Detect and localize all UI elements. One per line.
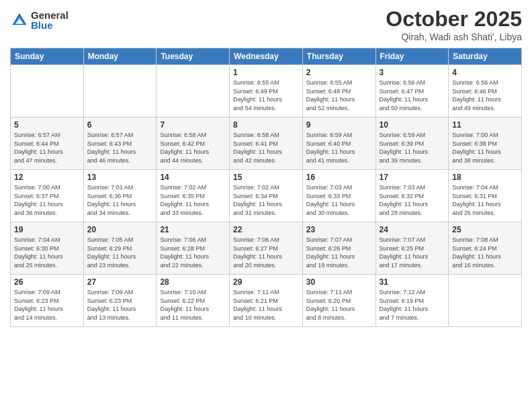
day-info: Sunrise: 7:06 AM Sunset: 6:28 PM Dayligh…	[160, 236, 226, 269]
day-number: 28	[160, 277, 226, 287]
calendar-cell: 9Sunrise: 6:59 AM Sunset: 6:40 PM Daylig…	[302, 118, 375, 170]
day-info: Sunrise: 7:09 AM Sunset: 6:23 PM Dayligh…	[87, 288, 153, 322]
day-number: 7	[160, 120, 226, 130]
calendar-cell: 8Sunrise: 6:58 AM Sunset: 6:41 PM Daylig…	[230, 118, 303, 170]
day-number: 27	[87, 277, 153, 287]
day-number: 22	[233, 225, 299, 234]
day-info: Sunrise: 6:56 AM Sunset: 6:46 PM Dayligh…	[452, 79, 518, 112]
day-info: Sunrise: 7:00 AM Sunset: 6:38 PM Dayligh…	[452, 131, 518, 165]
day-number: 12	[14, 173, 80, 182]
calendar-cell: 17Sunrise: 7:03 AM Sunset: 6:32 PM Dayli…	[375, 170, 449, 222]
day-number: 24	[380, 225, 445, 234]
logo-text: General Blue	[31, 10, 69, 30]
day-info: Sunrise: 7:03 AM Sunset: 6:32 PM Dayligh…	[380, 183, 445, 217]
calendar-week-row: 5Sunrise: 6:57 AM Sunset: 6:44 PM Daylig…	[11, 118, 522, 170]
page-header: General Blue October 2025 Qirah, Wadi as…	[10, 7, 522, 42]
calendar-week-row: 1Sunrise: 6:55 AM Sunset: 6:49 PM Daylig…	[11, 65, 522, 118]
day-number: 4	[452, 68, 518, 77]
logo-general: General	[31, 10, 69, 20]
calendar-cell: 25Sunrise: 7:08 AM Sunset: 6:24 PM Dayli…	[449, 222, 522, 275]
day-info: Sunrise: 7:11 AM Sunset: 6:20 PM Dayligh…	[306, 288, 372, 322]
logo-icon	[10, 11, 29, 30]
calendar-cell	[449, 275, 522, 327]
calendar-cell: 24Sunrise: 7:07 AM Sunset: 6:25 PM Dayli…	[375, 222, 449, 275]
calendar-table: SundayMondayTuesdayWednesdayThursdayFrid…	[10, 48, 522, 327]
calendar-cell: 13Sunrise: 7:01 AM Sunset: 6:36 PM Dayli…	[83, 170, 157, 222]
calendar-cell: 18Sunrise: 7:04 AM Sunset: 6:31 PM Dayli…	[449, 170, 522, 222]
month-title: October 2025	[386, 7, 522, 32]
day-number: 10	[380, 120, 445, 130]
calendar-cell: 6Sunrise: 6:57 AM Sunset: 6:43 PM Daylig…	[83, 118, 157, 170]
calendar-day-header: Sunday	[11, 48, 84, 65]
day-info: Sunrise: 7:08 AM Sunset: 6:24 PM Dayligh…	[452, 236, 518, 269]
day-info: Sunrise: 6:58 AM Sunset: 6:41 PM Dayligh…	[233, 131, 299, 165]
calendar-cell: 26Sunrise: 7:09 AM Sunset: 6:23 PM Dayli…	[11, 275, 84, 327]
logo-blue: Blue	[31, 20, 69, 30]
day-info: Sunrise: 7:04 AM Sunset: 6:31 PM Dayligh…	[452, 183, 518, 217]
calendar-cell: 14Sunrise: 7:02 AM Sunset: 6:35 PM Dayli…	[157, 170, 230, 222]
day-info: Sunrise: 6:57 AM Sunset: 6:44 PM Dayligh…	[14, 131, 80, 165]
calendar-cell: 5Sunrise: 6:57 AM Sunset: 6:44 PM Daylig…	[11, 118, 84, 170]
calendar-cell: 31Sunrise: 7:12 AM Sunset: 6:19 PM Dayli…	[375, 275, 449, 327]
calendar-cell: 20Sunrise: 7:05 AM Sunset: 6:29 PM Dayli…	[83, 222, 157, 275]
day-number: 6	[87, 120, 153, 130]
day-number: 16	[306, 173, 372, 182]
day-number: 14	[160, 173, 226, 182]
day-number: 3	[380, 68, 445, 77]
day-number: 15	[233, 173, 299, 182]
day-info: Sunrise: 7:05 AM Sunset: 6:29 PM Dayligh…	[87, 236, 153, 269]
calendar-week-row: 26Sunrise: 7:09 AM Sunset: 6:23 PM Dayli…	[11, 275, 522, 327]
calendar-cell: 3Sunrise: 6:56 AM Sunset: 6:47 PM Daylig…	[375, 65, 449, 118]
day-number: 29	[233, 277, 299, 287]
day-info: Sunrise: 6:57 AM Sunset: 6:43 PM Dayligh…	[87, 131, 153, 165]
day-info: Sunrise: 7:00 AM Sunset: 6:37 PM Dayligh…	[14, 183, 80, 217]
calendar-cell: 28Sunrise: 7:10 AM Sunset: 6:22 PM Dayli…	[157, 275, 230, 327]
day-info: Sunrise: 7:09 AM Sunset: 6:23 PM Dayligh…	[14, 288, 80, 322]
calendar-cell: 29Sunrise: 7:11 AM Sunset: 6:21 PM Dayli…	[230, 275, 303, 327]
calendar-day-header: Monday	[83, 48, 157, 65]
day-number: 11	[452, 120, 518, 130]
day-number: 19	[14, 225, 80, 234]
calendar-cell	[83, 65, 157, 118]
day-number: 31	[380, 277, 445, 287]
calendar-cell: 30Sunrise: 7:11 AM Sunset: 6:20 PM Dayli…	[302, 275, 375, 327]
calendar-cell: 16Sunrise: 7:03 AM Sunset: 6:33 PM Dayli…	[302, 170, 375, 222]
day-info: Sunrise: 7:01 AM Sunset: 6:36 PM Dayligh…	[87, 183, 153, 217]
day-number: 18	[452, 173, 518, 182]
day-number: 13	[87, 173, 153, 182]
day-info: Sunrise: 6:56 AM Sunset: 6:47 PM Dayligh…	[380, 79, 445, 112]
day-number: 17	[380, 173, 445, 182]
calendar-cell: 23Sunrise: 7:07 AM Sunset: 6:26 PM Dayli…	[302, 222, 375, 275]
logo: General Blue	[10, 10, 69, 30]
day-number: 23	[306, 225, 372, 234]
calendar-cell: 27Sunrise: 7:09 AM Sunset: 6:23 PM Dayli…	[83, 275, 157, 327]
calendar-cell: 19Sunrise: 7:04 AM Sunset: 6:30 PM Dayli…	[11, 222, 84, 275]
day-number: 8	[233, 120, 299, 130]
day-number: 5	[14, 120, 80, 130]
day-number: 26	[14, 277, 80, 287]
calendar-cell: 11Sunrise: 7:00 AM Sunset: 6:38 PM Dayli…	[449, 118, 522, 170]
day-info: Sunrise: 6:55 AM Sunset: 6:49 PM Dayligh…	[233, 79, 299, 112]
title-section: October 2025 Qirah, Wadi ash Shati', Lib…	[386, 7, 522, 42]
calendar-cell: 7Sunrise: 6:58 AM Sunset: 6:42 PM Daylig…	[157, 118, 230, 170]
calendar-week-row: 12Sunrise: 7:00 AM Sunset: 6:37 PM Dayli…	[11, 170, 522, 222]
calendar-day-header: Tuesday	[157, 48, 230, 65]
day-info: Sunrise: 7:03 AM Sunset: 6:33 PM Dayligh…	[306, 183, 372, 217]
calendar-cell: 10Sunrise: 6:59 AM Sunset: 6:39 PM Dayli…	[375, 118, 449, 170]
calendar-day-header: Thursday	[302, 48, 375, 65]
calendar-cell: 15Sunrise: 7:02 AM Sunset: 6:34 PM Dayli…	[230, 170, 303, 222]
calendar-cell: 22Sunrise: 7:06 AM Sunset: 6:27 PM Dayli…	[230, 222, 303, 275]
day-info: Sunrise: 7:11 AM Sunset: 6:21 PM Dayligh…	[233, 288, 299, 322]
calendar-day-header: Friday	[375, 48, 449, 65]
day-number: 2	[306, 68, 372, 77]
day-info: Sunrise: 7:04 AM Sunset: 6:30 PM Dayligh…	[14, 236, 80, 269]
calendar-day-header: Wednesday	[230, 48, 303, 65]
calendar-cell: 4Sunrise: 6:56 AM Sunset: 6:46 PM Daylig…	[449, 65, 522, 118]
day-info: Sunrise: 7:06 AM Sunset: 6:27 PM Dayligh…	[233, 236, 299, 269]
day-info: Sunrise: 7:07 AM Sunset: 6:25 PM Dayligh…	[380, 236, 445, 269]
day-number: 20	[87, 225, 153, 234]
day-number: 25	[452, 225, 518, 234]
day-info: Sunrise: 7:02 AM Sunset: 6:34 PM Dayligh…	[233, 183, 299, 217]
day-info: Sunrise: 6:58 AM Sunset: 6:42 PM Dayligh…	[160, 131, 226, 165]
day-info: Sunrise: 7:07 AM Sunset: 6:26 PM Dayligh…	[306, 236, 372, 269]
